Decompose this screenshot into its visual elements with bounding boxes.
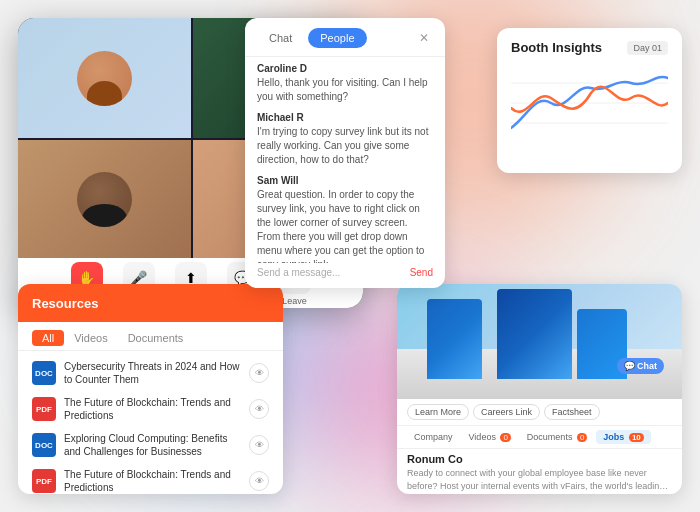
message-text-3: Great question. In order to copy the sur…	[257, 188, 433, 263]
resource-label-1: Cybersecurity Threats in 2024 and How to…	[64, 360, 241, 386]
resource-item-2: PDF The Future of Blockchain: Trends and…	[18, 391, 283, 427]
booth-card: 💬 Chat Learn More Careers Link Factsheet…	[397, 284, 682, 494]
chat-message-2: Michael R I'm trying to copy survey link…	[257, 112, 433, 167]
resources-tab-videos[interactable]: Videos	[64, 330, 117, 346]
company-name: Ronum Co	[407, 453, 672, 465]
chat-divider	[245, 56, 445, 57]
video-cell-3	[18, 138, 191, 258]
booth-tab-company[interactable]: Company	[407, 430, 460, 444]
resource-icon-1: DOC	[32, 361, 56, 385]
booth-stand-center	[497, 289, 572, 379]
chat-message-1: Caroline D Hello, thank you for visiting…	[257, 63, 433, 104]
chat-tab-people[interactable]: People	[308, 28, 366, 48]
resource-icon-2: PDF	[32, 397, 56, 421]
resource-item-4: PDF The Future of Blockchain: Trends and…	[18, 463, 283, 494]
factsheet-chip[interactable]: Factsheet	[544, 404, 600, 420]
resource-item-1: DOC Cybersecurity Threats in 2024 and Ho…	[18, 355, 283, 391]
booth-chat-button[interactable]: 💬 Chat	[617, 358, 665, 374]
message-text-2: I'm trying to copy survey link but its n…	[257, 125, 433, 167]
booth-tab-jobs[interactable]: Jobs 10	[596, 430, 650, 444]
videos-count: 0	[500, 433, 510, 442]
chat-message-3: Sam Will Great question. In order to cop…	[257, 175, 433, 263]
resource-item-3: DOC Exploring Cloud Computing: Benefits …	[18, 427, 283, 463]
company-description: Ready to connect with your global employ…	[407, 467, 672, 492]
resource-icon-3: DOC	[32, 433, 56, 457]
resource-icon-4: PDF	[32, 469, 56, 493]
chat-tab-chat[interactable]: Chat	[257, 28, 304, 48]
resource-label-3: Exploring Cloud Computing: Benefits and …	[64, 432, 241, 458]
resource-view-2[interactable]: 👁	[249, 399, 269, 419]
participant-avatar-1	[77, 51, 132, 106]
booth-tab-documents[interactable]: Documents 0	[520, 430, 595, 444]
message-sender-3: Sam Will	[257, 175, 433, 186]
chat-messages: Caroline D Hello, thank you for visiting…	[245, 63, 445, 263]
learn-more-chip[interactable]: Learn More	[407, 404, 469, 420]
insights-chart-svg	[511, 63, 668, 148]
insights-chart	[511, 63, 668, 153]
booth-virtual-image: 💬 Chat	[397, 284, 682, 399]
message-sender-2: Michael R	[257, 112, 433, 123]
jobs-count: 10	[629, 433, 644, 442]
participant-avatar-3	[77, 172, 132, 227]
message-sender-1: Caroline D	[257, 63, 433, 74]
chat-panel: Chat People ✕ Caroline D Hello, thank yo…	[245, 18, 445, 288]
booth-tabs: Company Videos 0 Documents 0 Jobs 10	[397, 426, 682, 449]
chat-header: Chat People ✕	[245, 18, 445, 48]
booth-company-info: Ronum Co Ready to connect with your glob…	[397, 449, 682, 494]
insights-header: Booth Insights Day 01	[511, 40, 668, 55]
documents-count: 0	[577, 433, 587, 442]
leave-label: Leave	[282, 296, 307, 306]
resource-label-2: The Future of Blockchain: Trends and Pre…	[64, 396, 241, 422]
careers-link-chip[interactable]: Careers Link	[473, 404, 540, 420]
resources-title: Resources	[32, 296, 98, 311]
close-icon[interactable]: ✕	[415, 29, 433, 47]
resource-view-4[interactable]: 👁	[249, 471, 269, 491]
insights-date-badge: Day 01	[627, 41, 668, 55]
resources-tab-documents[interactable]: Documents	[118, 330, 194, 346]
resources-list: DOC Cybersecurity Threats in 2024 and Ho…	[18, 351, 283, 494]
resource-view-3[interactable]: 👁	[249, 435, 269, 455]
resource-label-4: The Future of Blockchain: Trends and Pre…	[64, 468, 241, 494]
insights-card: Booth Insights Day 01	[497, 28, 682, 173]
video-cell-1	[18, 18, 191, 138]
resources-tab-all[interactable]: All	[32, 330, 64, 346]
insights-title: Booth Insights	[511, 40, 602, 55]
chat-input[interactable]: Send a message...	[257, 267, 410, 278]
chat-footer: Send a message... Send	[245, 263, 445, 282]
resources-card: Resources All Videos Documents DOC Cyber…	[18, 284, 283, 494]
message-text-1: Hello, thank you for visiting. Can I hel…	[257, 76, 433, 104]
resources-header: Resources	[18, 284, 283, 322]
chat-send-button[interactable]: Send	[410, 267, 433, 278]
booth-tab-videos[interactable]: Videos 0	[462, 430, 518, 444]
booth-action-bar: Learn More Careers Link Factsheet	[397, 399, 682, 426]
resource-view-1[interactable]: 👁	[249, 363, 269, 383]
booth-stand-left	[427, 299, 482, 379]
resources-tabs: All Videos Documents	[18, 322, 283, 351]
